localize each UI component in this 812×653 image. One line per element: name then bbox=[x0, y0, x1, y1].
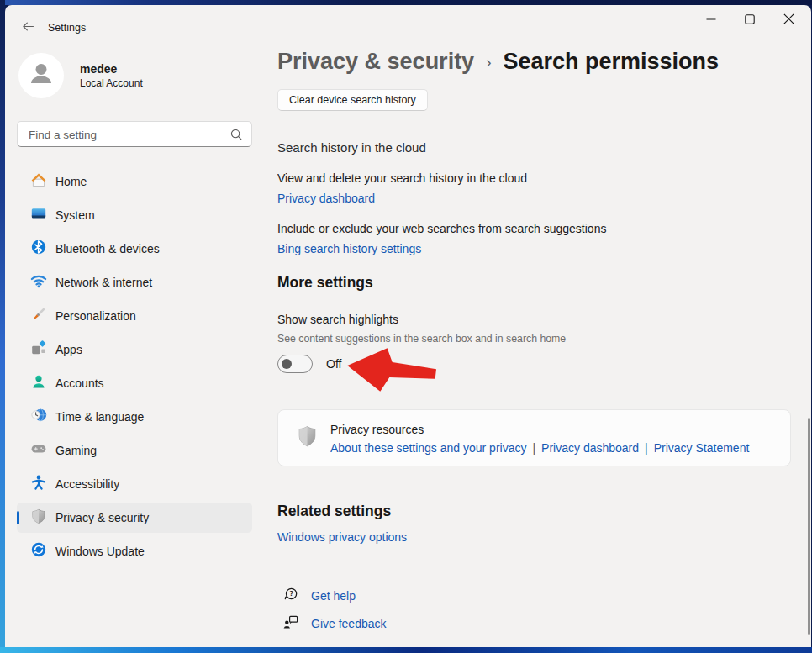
privacy-dashboard-link[interactable]: Privacy dashboard bbox=[541, 441, 639, 455]
give-feedback-link[interactable]: Give feedback bbox=[311, 617, 387, 630]
paintbrush-icon bbox=[30, 306, 47, 326]
sidebar-item-apps[interactable]: Apps bbox=[17, 334, 252, 365]
sidebar-item-label: Accessibility bbox=[55, 477, 119, 491]
search-highlights-toggle-row: Off bbox=[277, 355, 341, 373]
breadcrumb-parent[interactable]: Privacy & security bbox=[277, 49, 474, 75]
bluetooth-icon bbox=[30, 239, 47, 259]
sidebar-item-windows-update[interactable]: Windows Update bbox=[17, 536, 252, 566]
sidebar-item-label: Bluetooth & devices bbox=[55, 242, 160, 255]
update-refresh-icon bbox=[30, 541, 47, 561]
chevron-right-icon: › bbox=[486, 53, 491, 71]
sidebar-item-time-language[interactable]: Time & language bbox=[17, 402, 252, 432]
accounts-person-icon bbox=[30, 373, 47, 393]
setting-description: See content suggestions in the search bo… bbox=[277, 333, 566, 345]
system-icon bbox=[30, 205, 47, 225]
get-help-row: ? Get help bbox=[282, 586, 356, 606]
shield-icon bbox=[297, 425, 318, 453]
privacy-resources-title: Privacy resources bbox=[330, 423, 424, 436]
privacy-dashboard-link[interactable]: Privacy dashboard bbox=[277, 192, 375, 205]
link-separator: | bbox=[645, 441, 648, 455]
main-content: Privacy & security › Search permissions … bbox=[277, 5, 793, 647]
search-icon bbox=[229, 127, 244, 145]
settings-window: Settings medee Local Account bbox=[5, 5, 811, 647]
sidebar-item-label: Network & internet bbox=[55, 276, 152, 289]
sidebar-item-privacy-security[interactable]: Privacy & security bbox=[17, 503, 252, 533]
sidebar-item-gaming[interactable]: Gaming bbox=[17, 435, 252, 466]
privacy-statement-link[interactable]: Privacy Statement bbox=[654, 441, 750, 455]
sidebar-item-system[interactable]: System bbox=[17, 200, 252, 230]
get-help-link[interactable]: Get help bbox=[311, 589, 356, 603]
selected-accent-bar bbox=[17, 511, 19, 524]
sidebar-item-bluetooth-devices[interactable]: Bluetooth & devices bbox=[17, 234, 252, 264]
breadcrumb: Privacy & security › Search permissions bbox=[277, 49, 719, 75]
sidebar-item-personalization[interactable]: Personalization bbox=[17, 301, 252, 331]
back-arrow-icon bbox=[21, 19, 35, 37]
avatar bbox=[18, 53, 64, 98]
screen: Settings medee Local Account bbox=[0, 0, 812, 653]
cloud-section-title: Search history in the cloud bbox=[277, 140, 426, 155]
give-feedback-icon bbox=[282, 614, 299, 634]
annotation-arrow-icon bbox=[343, 347, 440, 399]
account-block: medee Local Account bbox=[18, 53, 143, 98]
cloud-row-desc: Include or exclude your web searches fro… bbox=[277, 222, 606, 235]
search-highlights-toggle[interactable] bbox=[277, 355, 313, 373]
bing-search-history-link[interactable]: Bing search history settings bbox=[277, 242, 421, 255]
clear-device-search-history-button[interactable]: Clear device search history bbox=[277, 89, 428, 111]
sidebar-item-label: Time & language bbox=[55, 410, 144, 424]
sidebar-item-label: Gaming bbox=[55, 444, 97, 457]
sidebar-item-label: Personalization bbox=[55, 309, 136, 323]
svg-text:?: ? bbox=[289, 589, 293, 598]
sidebar-item-label: Accounts bbox=[55, 377, 104, 390]
page-title: Search permissions bbox=[503, 49, 719, 75]
link-separator: | bbox=[532, 441, 535, 455]
scrollbar-thumb[interactable] bbox=[808, 418, 810, 635]
back-button[interactable] bbox=[16, 16, 40, 39]
sidebar-item-label: System bbox=[55, 208, 95, 222]
gamepad-icon bbox=[30, 440, 47, 461]
get-help-icon: ? bbox=[282, 586, 299, 606]
windows-privacy-options-link[interactable]: Windows privacy options bbox=[277, 530, 407, 544]
setting-name: Show search highlights bbox=[277, 313, 398, 326]
wifi-icon bbox=[30, 272, 47, 292]
accessibility-person-icon bbox=[30, 474, 47, 494]
clock-globe-icon bbox=[30, 407, 47, 427]
apps-icon bbox=[30, 340, 47, 360]
sidebar-item-accessibility[interactable]: Accessibility bbox=[17, 469, 252, 499]
toggle-knob bbox=[282, 359, 292, 369]
sidebar-item-label: Windows Update bbox=[55, 545, 145, 558]
search-input[interactable] bbox=[27, 123, 224, 147]
sidebar-item-label: Apps bbox=[55, 343, 82, 356]
sidebar-item-network-internet[interactable]: Network & internet bbox=[17, 267, 252, 298]
sidebar-item-label: Privacy & security bbox=[55, 511, 149, 524]
sidebar-nav: Home System Bluetooth & devices Network … bbox=[17, 166, 252, 570]
privacy-resources-links: About these settings and your privacy|Pr… bbox=[330, 441, 749, 455]
desktop-wallpaper-edge bbox=[0, 647, 812, 653]
more-settings-heading: More settings bbox=[277, 274, 373, 292]
privacy-resources-card: Privacy resources About these settings a… bbox=[277, 409, 791, 466]
home-icon bbox=[30, 171, 47, 192]
shield-icon bbox=[30, 508, 47, 528]
account-name: medee bbox=[80, 61, 143, 76]
toggle-state-label: Off bbox=[326, 357, 341, 371]
person-icon bbox=[24, 57, 58, 94]
account-type: Local Account bbox=[80, 76, 143, 91]
sidebar-item-label: Home bbox=[55, 175, 87, 188]
give-feedback-row: Give feedback bbox=[282, 614, 387, 634]
related-settings-heading: Related settings bbox=[277, 503, 391, 520]
about-settings-privacy-link[interactable]: About these settings and your privacy bbox=[330, 441, 526, 455]
cloud-row-desc: View and delete your search history in t… bbox=[277, 171, 527, 185]
sidebar-item-home[interactable]: Home bbox=[17, 166, 252, 197]
sidebar-item-accounts[interactable]: Accounts bbox=[17, 368, 252, 398]
settings-search-box bbox=[17, 121, 252, 147]
app-title: Settings bbox=[48, 17, 86, 39]
